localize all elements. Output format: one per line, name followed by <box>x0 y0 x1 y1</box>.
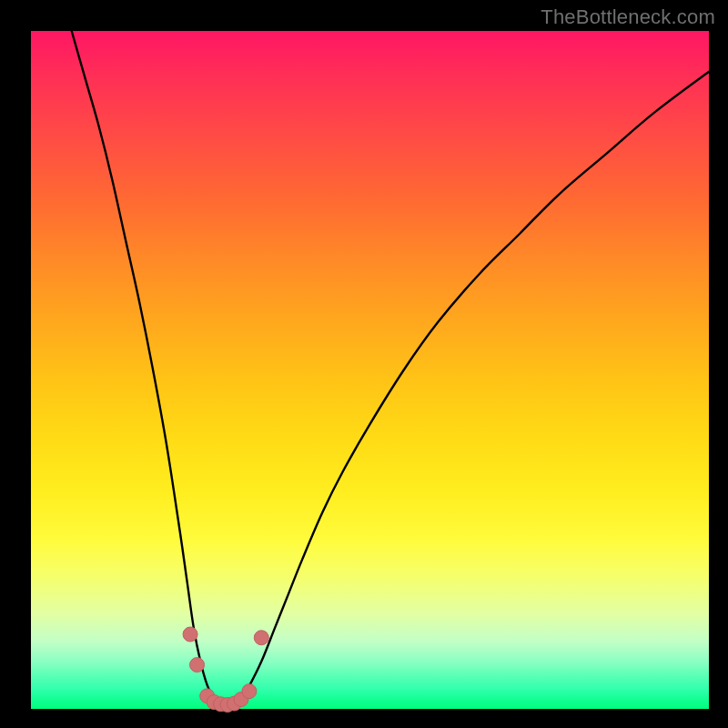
curve-marker <box>190 658 205 672</box>
curve-marker <box>183 627 197 642</box>
curve-layer <box>31 31 709 709</box>
curve-marker <box>254 631 268 645</box>
watermark-text: TheBottleneck.com <box>541 5 715 29</box>
curve-marker <box>242 684 257 699</box>
chart-frame: TheBottleneck.com <box>0 0 728 728</box>
bottleneck-curve <box>72 31 709 705</box>
plot-area <box>31 31 709 709</box>
